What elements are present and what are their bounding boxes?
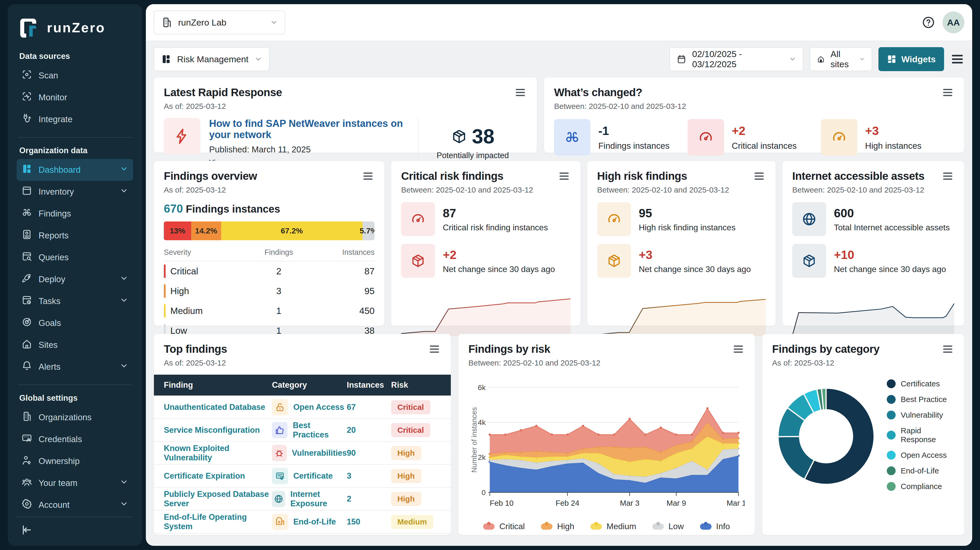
gauge-icon [698, 129, 714, 145]
table-row[interactable]: Rapid Response: Services With P... Rapid… [154, 533, 451, 535]
card-menu-icon[interactable] [942, 87, 954, 98]
stat-label: High instances [865, 141, 921, 151]
card-menu-icon[interactable] [558, 171, 570, 181]
svg-text:0: 0 [482, 488, 486, 497]
sites-selector[interactable]: All sites [810, 47, 872, 71]
home-icon [817, 54, 825, 64]
stat-high-instances: +3 High instances [821, 119, 954, 156]
risk-badge: Critical [391, 400, 430, 414]
bar-segment-high: 14.2% [191, 222, 221, 240]
help-icon[interactable] [922, 16, 935, 29]
risk-badge: High [391, 492, 421, 506]
sidebar-item-reports[interactable]: Reports [17, 225, 133, 247]
chevron-down-icon [119, 296, 128, 307]
card-menu-icon[interactable] [428, 344, 441, 354]
tasks-icon [21, 295, 32, 308]
sidebar-section-organization-data: Organization data [19, 146, 130, 155]
gear-icon [21, 498, 32, 512]
card-subtitle: Between: 2025-02-10 and 2025-03-12 [554, 102, 954, 111]
card-menu-icon[interactable] [942, 171, 954, 181]
sidebar-item-findings[interactable]: Findings [17, 203, 133, 225]
sidebar-item-sites[interactable]: Sites [17, 334, 133, 356]
date-range-selector[interactable]: 02/10/2025 - 03/12/2025 [669, 47, 803, 71]
gauge-icon [410, 211, 426, 227]
chevron-down-icon [119, 499, 128, 510]
package-icon [802, 253, 817, 268]
card-menu-icon[interactable] [362, 171, 374, 181]
card-subtitle: Between: 2025-02-10 and 2025-03-12 [792, 185, 954, 194]
sidebar-item-your-team[interactable]: Your team [17, 472, 133, 494]
sidebar-item-alerts[interactable]: Alerts [17, 356, 133, 378]
svg-text:Mar 9: Mar 9 [667, 499, 686, 507]
end-of-life-icon [272, 514, 288, 530]
gauge-icon [831, 129, 847, 145]
sidebar-item-credentials[interactable]: Credentials [17, 428, 133, 450]
table-row[interactable]: Service Misconfiguration Best Practices … [154, 418, 451, 442]
card-subtitle: As of: 2025-03-12 [772, 359, 954, 367]
date-range-label: 02/10/2025 - 03/12/2025 [692, 49, 783, 69]
card-menu-icon[interactable] [732, 344, 744, 354]
chevron-down-icon [119, 478, 128, 488]
card-menu-icon[interactable] [514, 87, 526, 98]
menu-icon[interactable] [950, 52, 964, 66]
stat-value: +3 [865, 124, 921, 138]
table-row[interactable]: End-of-Life Operating System End-of-Life… [154, 510, 451, 533]
widgets-button[interactable]: Widgets [878, 47, 944, 71]
sidebar-item-inventory[interactable]: Inventory [17, 181, 133, 203]
globe-icon [801, 211, 817, 227]
card-menu-icon[interactable] [942, 344, 954, 354]
gauge-tile [687, 119, 724, 156]
id-card-icon [21, 433, 32, 446]
sidebar-item-monitor[interactable]: Monitor [17, 86, 133, 108]
binoculars-icon [564, 129, 580, 145]
table-row[interactable]: Critical 2 87 [164, 261, 374, 281]
sidebar-item-account[interactable]: Account [17, 494, 133, 516]
org-selector[interactable]: runZero Lab [154, 10, 285, 34]
risk-badge: High [391, 469, 421, 483]
table-row[interactable]: Unauthenticated Database Open Access 67 … [154, 395, 451, 418]
rapid-response-link[interactable]: How to find SAP NetWeaver instances on y… [209, 118, 418, 140]
sidebar-item-integrate[interactable]: Integrate [17, 108, 133, 130]
sidebar-item-ownership[interactable]: Ownership [17, 450, 133, 472]
rocket-icon [21, 273, 32, 286]
svg-text:Number of instances: Number of instances [470, 407, 478, 473]
svg-text:Feb 10: Feb 10 [490, 499, 514, 507]
sidebar-item-scan[interactable]: Scan [17, 65, 133, 86]
package-icon [410, 253, 426, 268]
table-row[interactable]: Medium 1 450 [164, 301, 374, 321]
card-menu-icon[interactable] [753, 171, 765, 181]
sidebar-item-goals[interactable]: Goals [17, 312, 133, 334]
stacked-area-chart: 02k4k6kFeb 10Feb 24Mar 3Mar 9Mar 12Numbe… [468, 373, 745, 517]
dashboard-content: Latest Rapid Response As of: 2025-03-12 … [146, 77, 972, 542]
sidebar-item-deploy[interactable]: Deploy [17, 268, 133, 290]
sidebar-collapse-button[interactable] [17, 517, 133, 538]
sidebar-item-organizations[interactable]: Organizations [17, 407, 133, 428]
toolbar: Risk Management 02/10/2025 - 03/12/2025 … [146, 41, 972, 77]
lightning-icon [174, 128, 190, 145]
table-row[interactable]: Known Exploited Vulnerability Vulnerabil… [154, 442, 451, 464]
sidebar-item-tasks[interactable]: Tasks [17, 290, 133, 312]
card-findings-by-category: Findings by category As of: 2025-03-12 C… [762, 334, 964, 535]
sidebar-item-dashboard[interactable]: Dashboard [17, 159, 133, 181]
table-header: Finding Category Instances Risk [154, 375, 451, 395]
plug-icon [21, 113, 32, 126]
chevron-down-icon [119, 361, 128, 372]
card-title: Top findings [164, 343, 441, 356]
impacted-value: 38 [472, 124, 495, 148]
risk-badge: Critical [391, 423, 430, 437]
impacted-label: Potentially impacted [437, 151, 509, 160]
card-high-risk-findings: High risk findings Between: 2025-02-10 a… [587, 161, 776, 326]
sidebar-divider [18, 384, 132, 385]
sidebar-item-queries[interactable]: Queries [17, 247, 133, 268]
table-row[interactable]: High 3 95 [164, 281, 374, 301]
svg-text:Mar 12: Mar 12 [727, 499, 745, 507]
table-row[interactable]: Publicly Exposed Database Server Interne… [154, 487, 451, 510]
avatar[interactable]: AA [942, 11, 964, 33]
table-row[interactable]: Certificate Expiration Certificate 3 Hig… [154, 464, 451, 487]
sidebar-section-data-sources: Data sources [19, 52, 130, 61]
gauge-icon [606, 211, 622, 227]
monitor-icon [21, 91, 32, 104]
dashboard-icon [161, 54, 171, 64]
severity-table: Severity Findings Instances Critical 2 8… [164, 248, 374, 341]
dashboard-selector[interactable]: Risk Management [154, 47, 270, 71]
